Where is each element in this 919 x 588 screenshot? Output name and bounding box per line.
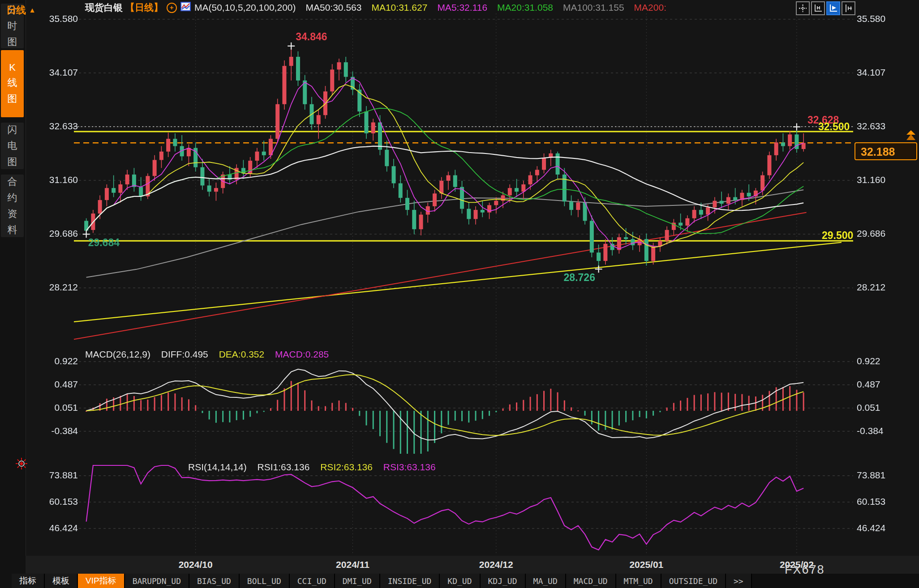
axis-label: 60.153 [857, 496, 885, 507]
bottom-tab[interactable]: KDJ_UD [481, 574, 526, 588]
bottom-tab[interactable]: VIP指标 [78, 574, 125, 588]
axis-label: -0.384 [857, 426, 884, 436]
bottom-tab[interactable]: KD_UD [440, 574, 480, 588]
symbol-name: 现货白银 [85, 1, 123, 14]
axis-label: 29.686 [857, 228, 885, 239]
rsi-title: RSI(14,14,14) [188, 462, 247, 472]
ma-value-label: MA200: [634, 2, 666, 13]
axis-label: 28.212 [23, 282, 78, 293]
bottom-tab[interactable]: BARUPDN_UD [125, 574, 189, 588]
mini-chart-icon[interactable] [180, 2, 191, 13]
ma-values: MA50:30.563MA10:31.627MA5:32.116MA20:31.… [296, 2, 666, 13]
axis-label: 60.153 [23, 496, 78, 507]
axis-label: 28.212 [857, 282, 885, 293]
upper-level-label: 32.500 [818, 121, 850, 133]
move-icon[interactable] [796, 1, 810, 15]
chart-header: 现货白银 【日线】 + MA(50,10,5,20,100,200) MA50:… [85, 1, 666, 14]
timeframe-arrow-icon: ▲ [29, 6, 36, 14]
axis-label: 35.580 [23, 13, 78, 24]
sidebar-item-char: 图 [8, 155, 17, 169]
axis-label: 0.051 [23, 402, 78, 413]
date-label: 2024/10 [164, 559, 227, 570]
bottom-tab[interactable]: OUTSIDE_UD [661, 574, 726, 588]
ma-value-label: MA20:31.058 [497, 2, 553, 13]
macd-dea-value: DEA:0.352 [219, 349, 265, 359]
rsi3-value: RSI3:63.136 [383, 462, 436, 472]
bottom-tab[interactable]: INSIDE_UD [380, 574, 440, 588]
sidebar-item-char: 电 [8, 139, 17, 153]
sidebar-item-char: 约 [8, 191, 17, 205]
sidebar-item-char: K [9, 62, 16, 73]
ma-value-label: MA50:30.563 [306, 2, 362, 13]
sidebar-item-char: 时 [8, 19, 17, 33]
macd-legend: MACD(26,12,9) DIFF:0.495 DEA:0.352 MACD:… [85, 349, 337, 360]
axis-label: 34.107 [23, 67, 78, 78]
axis-label: 0.051 [857, 402, 880, 413]
axis-label: 32.633 [23, 121, 78, 132]
compare-add-icon[interactable]: + [167, 3, 177, 13]
current-price-box: 32.188 [855, 142, 917, 160]
sidebar-item-char: 图 [8, 35, 17, 49]
axis-label: 29.686 [23, 228, 78, 239]
axis-label: 46.424 [23, 523, 78, 533]
ma-params-label: MA(50,10,5,20,100,200) [194, 2, 296, 13]
bottom-tab[interactable]: BOLL_UD [240, 574, 290, 588]
axis-label: 0.487 [23, 379, 78, 390]
axis-scale-icon[interactable] [811, 1, 825, 15]
date-label: 2024/12 [465, 559, 528, 570]
price-chart-canvas[interactable] [0, 0, 919, 588]
axis-label: 32.633 [857, 121, 885, 132]
sidebar-item-char: 闪 [8, 123, 17, 136]
chart-toolbar [796, 1, 855, 15]
bottom-tab[interactable]: MTM_UD [616, 574, 661, 588]
ma-value-label: MA5:32.116 [437, 2, 487, 13]
rsi-legend: RSI(14,14,14) RSI1:63.136 RSI2:63.136 RS… [188, 462, 444, 473]
date-label: 2025/01 [615, 559, 678, 570]
watermark: FX678 [785, 563, 825, 577]
bottom-tab[interactable]: MA_UD [526, 574, 566, 588]
axis-label: 34.107 [857, 67, 885, 78]
axis-label: 73.881 [857, 470, 885, 481]
price-up-arrow-icon [906, 130, 916, 144]
axis-label: 31.160 [857, 175, 885, 185]
axis-label: 31.160 [23, 175, 78, 185]
sidebar-item-char: 图 [8, 92, 17, 106]
lower-level-label: 29.500 [822, 230, 853, 242]
bottom-tab[interactable]: >> [726, 574, 752, 588]
app-root: 分时图K线图闪电图合约资料 现货白银 【日线】 + MA(50,10,5,20,… [0, 0, 919, 588]
sidebar-item-char: 资 [8, 207, 17, 221]
rsi1-value: RSI1:63.136 [258, 462, 310, 472]
axis-label: 0.487 [857, 379, 880, 390]
axis-label: 0.922 [857, 356, 880, 366]
bottom-tab[interactable]: CCI_UD [290, 574, 335, 588]
date-label: 2024/11 [321, 559, 384, 570]
macd-diff-value: DIFF:0.495 [161, 349, 208, 359]
bottom-tab[interactable]: DMI_UD [335, 574, 380, 588]
bottom-tab[interactable]: BIAS_UD [189, 574, 240, 588]
first-low-annotation: 29.684 [88, 237, 120, 249]
sidebar: 分时图K线图闪电图合约资料 [0, 0, 26, 588]
sidebar-item-char: 合 [8, 175, 17, 188]
axis-label: 0.922 [23, 356, 78, 366]
ma-value-label: MA10:31.627 [371, 2, 427, 13]
bottom-tab[interactable]: MACD_UD [566, 574, 616, 588]
sidebar-item-contract-info[interactable]: 合约资料 [1, 175, 24, 237]
sidebar-item-char: 线 [8, 76, 17, 89]
bottom-tab-bar: 指标模板VIP指标BARUPDN_UDBIAS_UDBOLL_UDCCI_UDD… [12, 574, 919, 588]
sidebar-item-flash-chart[interactable]: 闪电图 [1, 123, 24, 169]
bottom-tab[interactable]: 模板 [45, 574, 78, 588]
macd-macd-value: MACD:0.285 [275, 349, 329, 359]
bar-adjust-icon[interactable] [842, 1, 855, 15]
axis-label: 35.580 [857, 13, 885, 24]
axis-label: 73.881 [23, 470, 78, 481]
sidebar-item-kline-chart[interactable]: K线图 [1, 50, 24, 117]
bottom-tab[interactable]: 指标 [12, 574, 45, 588]
sidebar-item-char: 料 [8, 223, 17, 237]
period-tag: 【日线】 [125, 1, 163, 14]
axis-label: -0.384 [23, 426, 78, 436]
axis-label: 46.424 [857, 523, 885, 533]
axis-play-icon[interactable] [826, 1, 840, 15]
low-price-annotation: 28.726 [564, 272, 595, 284]
rsi2-value: RSI2:63.136 [320, 462, 373, 472]
high-price-annotation: 34.846 [296, 31, 327, 43]
